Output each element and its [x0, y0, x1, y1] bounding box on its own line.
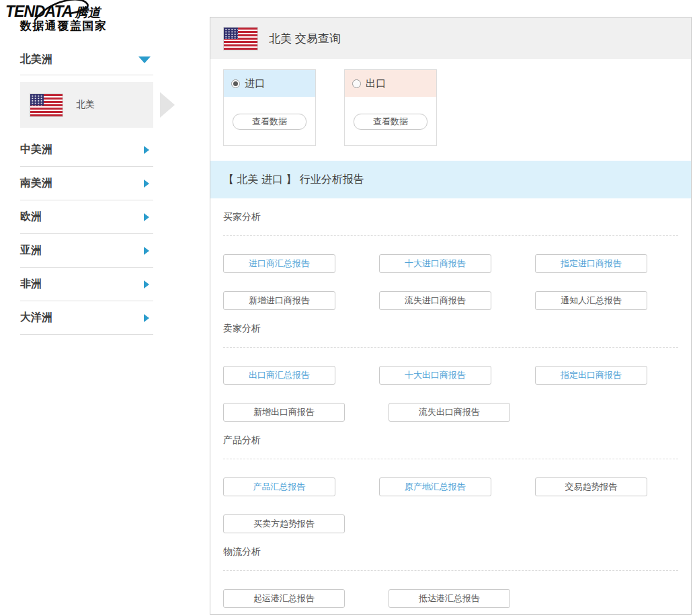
chevron-right-icon [144, 146, 149, 154]
report-button[interactable]: 抵达港汇总报告 [389, 589, 510, 608]
chevron-right-icon [144, 213, 149, 221]
sidebar-item-oceania[interactable]: 大洋洲 [20, 301, 153, 335]
report-banner: 【 北美 进口 】 行业分析报告 [210, 161, 691, 198]
report-button[interactable]: 出口商汇总报告 [223, 366, 335, 385]
import-option-header[interactable]: 进口 [224, 70, 315, 97]
report-button[interactable]: 通知人汇总报告 [535, 291, 647, 310]
divider [223, 347, 678, 348]
sidebar-item-asia[interactable]: 亚洲 [20, 234, 153, 268]
sidebar-item-label: 非洲 [20, 277, 42, 291]
continent-sidebar: 北美洲 北美 中美洲 南美洲 欧洲 亚洲 非洲 大洋洲 [20, 44, 153, 335]
export-option-header[interactable]: 出口 [345, 70, 436, 97]
sidebar-item-label: 中美洲 [20, 143, 52, 157]
chevron-down-icon [138, 56, 151, 63]
report-button[interactable]: 流失进口商报告 [379, 291, 491, 310]
export-option-card: 出口 查看数据 [344, 69, 437, 146]
logo-swoosh-icon [30, 0, 104, 22]
report-button[interactable]: 起运港汇总报告 [223, 589, 345, 608]
export-radio[interactable] [352, 79, 361, 88]
sidebar-item-africa[interactable]: 非洲 [20, 268, 153, 301]
report-button[interactable]: 产品汇总报告 [223, 477, 335, 496]
sidebar-item-south-america[interactable]: 南美洲 [20, 167, 153, 200]
brand-logo: TENDATA腾道 数据通覆盖国家 [5, 3, 140, 34]
chevron-right-icon [144, 280, 149, 288]
report-button[interactable]: 指定进口商报告 [535, 254, 647, 273]
sidebar-item-label: 南美洲 [20, 176, 52, 190]
report-button[interactable]: 原产地汇总报告 [379, 477, 491, 496]
report-button[interactable]: 十大出口商报告 [379, 366, 491, 385]
us-flag-icon [224, 28, 257, 50]
report-button[interactable]: 买卖方趋势报告 [223, 514, 345, 533]
sidebar-item-label: 大洋洲 [20, 311, 52, 325]
export-view-data-button[interactable]: 查看数据 [354, 114, 427, 130]
divider [223, 570, 678, 571]
sidebar-item-label: 欧洲 [20, 210, 42, 224]
report-button[interactable]: 交易趋势报告 [535, 477, 647, 496]
section-title-buyer-analysis: 买家分析 [223, 211, 691, 223]
sidebar-item-label: 亚洲 [20, 243, 42, 258]
section-title-product-analysis: 产品分析 [223, 434, 691, 447]
import-view-data-button[interactable]: 查看数据 [233, 114, 306, 130]
chevron-right-icon [144, 180, 149, 188]
chevron-right-icon [144, 247, 149, 255]
sidebar-item-label: 北美洲 [20, 52, 52, 67]
report-button[interactable]: 十大进口商报告 [379, 254, 491, 273]
import-radio[interactable] [231, 79, 240, 88]
export-label: 出口 [366, 77, 386, 90]
country-label: 北美 [76, 99, 95, 111]
import-label: 进口 [245, 77, 265, 90]
panel-header: 北美 交易查询 [210, 17, 691, 59]
report-button[interactable]: 指定出口商报告 [535, 366, 647, 385]
trade-query-panel: 北美 交易查询 进口 查看数据 出口 查看数据 【 北美 进口 】 行业分析报告… [210, 17, 692, 615]
section-title-seller-analysis: 卖家分析 [223, 323, 691, 335]
report-button[interactable]: 新增进口商报告 [223, 291, 335, 310]
report-button[interactable]: 新增出口商报告 [223, 403, 345, 422]
report-button[interactable]: 流失出口商报告 [389, 403, 510, 422]
chevron-right-icon [144, 314, 149, 322]
divider [223, 459, 678, 459]
sidebar-item-north-america[interactable]: 北美洲 [20, 44, 153, 75]
us-flag-icon [30, 94, 63, 116]
trade-direction-options: 进口 查看数据 出口 查看数据 [223, 69, 691, 146]
sidebar-item-europe[interactable]: 欧洲 [20, 200, 153, 234]
sidebar-item-central-america[interactable]: 中美洲 [20, 133, 153, 167]
divider [223, 235, 678, 236]
page-title: 北美 交易查询 [269, 31, 341, 46]
sidebar-country-north-america[interactable]: 北美 [20, 82, 153, 128]
selected-pointer-icon [160, 92, 175, 118]
import-option-card: 进口 查看数据 [223, 69, 316, 146]
report-button[interactable]: 进口商汇总报告 [223, 254, 335, 273]
section-title-logistics-analysis: 物流分析 [223, 546, 691, 558]
